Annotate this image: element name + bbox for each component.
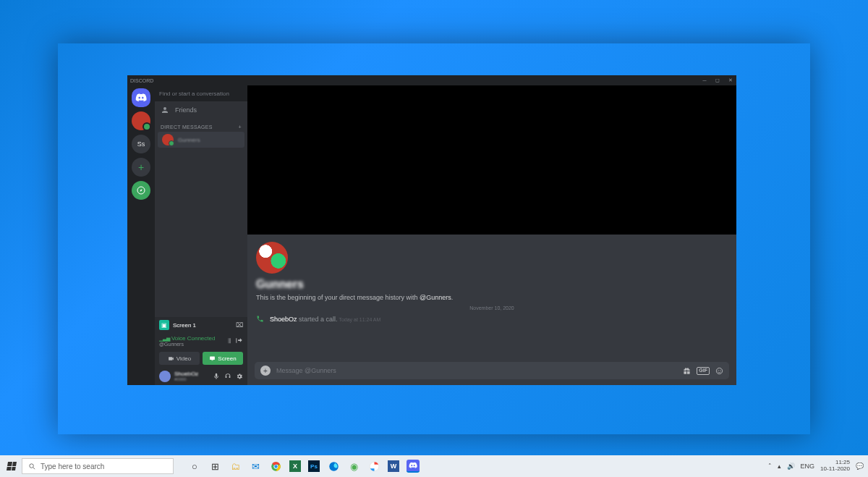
system-tray: ˄ ▴ 🔊 ENG 11:25 10-11-2020 💬 xyxy=(768,460,864,473)
friends-label: Friends xyxy=(175,106,197,114)
minimize-button[interactable]: ─ xyxy=(702,77,707,83)
server-ss[interactable]: Ss xyxy=(132,135,150,153)
date-divider: November 10, 2020 xyxy=(256,305,728,311)
svg-point-3 xyxy=(716,368,722,373)
app-icon-2[interactable] xyxy=(367,460,380,473)
compass-icon xyxy=(137,186,145,195)
phone-icon xyxy=(256,315,264,323)
dm-intro-text: This is the beginning of your direct mes… xyxy=(256,294,728,301)
photoshop-icon[interactable]: Ps xyxy=(308,460,320,472)
titlebar: DISCORD ─ ◻ ✕ xyxy=(127,75,736,85)
contact-name: Gunners xyxy=(256,278,728,291)
dm-item-gunners[interactable]: Gunners xyxy=(158,132,244,148)
contact-avatar xyxy=(256,242,288,274)
excel-icon[interactable]: X xyxy=(289,460,301,472)
tray-network-icon[interactable]: ▴ xyxy=(778,463,781,470)
search-icon xyxy=(28,463,36,470)
screen-share-button[interactable]: Screen xyxy=(203,352,243,365)
tray-chevron-icon[interactable]: ˄ xyxy=(768,463,772,470)
screen-icon xyxy=(209,355,216,362)
discord-taskbar-icon[interactable] xyxy=(407,460,420,473)
tray-volume-icon[interactable]: 🔊 xyxy=(787,463,795,470)
dm-header: DIRECT MESSAGES + xyxy=(155,119,247,131)
home-button[interactable] xyxy=(132,88,150,107)
svg-line-7 xyxy=(33,467,35,468)
create-dm-button[interactable]: + xyxy=(239,124,242,130)
svg-point-5 xyxy=(720,369,720,370)
friends-button[interactable]: Friends xyxy=(155,101,247,119)
mail-icon[interactable]: ✉ xyxy=(249,460,262,473)
self-username: ShoebOz xyxy=(174,371,198,377)
message-composer[interactable]: + Message @Gunners GIF xyxy=(255,362,729,379)
windows-logo-icon xyxy=(7,462,17,470)
gift-icon[interactable] xyxy=(683,367,691,375)
self-avatar[interactable] xyxy=(159,371,171,382)
dm-avatar-icon xyxy=(162,134,174,145)
msg-user: ShoebOz xyxy=(270,316,297,323)
call-message: ShoebOz started a call. Today at 11:24 A… xyxy=(256,315,728,323)
gif-button[interactable]: GIF xyxy=(697,367,710,375)
stream-thumb-icon: ▣ xyxy=(159,320,169,330)
chrome-icon[interactable] xyxy=(269,460,282,473)
noise-suppress-icon[interactable]: ⫴ xyxy=(228,337,231,345)
server-rail: Ss + xyxy=(127,85,155,385)
channel-sidebar: Find or start a conversation Friends DIR… xyxy=(155,85,247,385)
svg-point-4 xyxy=(718,369,719,370)
friends-icon xyxy=(161,106,169,114)
disconnect-icon[interactable] xyxy=(235,337,243,345)
task-view-icon[interactable]: ⊞ xyxy=(208,460,221,473)
composer-placeholder: Message @Gunners xyxy=(276,367,677,374)
emoji-icon[interactable] xyxy=(715,367,723,375)
call-video-area[interactable] xyxy=(247,85,736,235)
voice-status: ▁▃▅ Voice Connected xyxy=(159,335,215,342)
dm-name: Gunners xyxy=(178,137,200,143)
attach-button[interactable]: + xyxy=(260,366,271,376)
explore-button[interactable] xyxy=(132,181,150,200)
chat-main: Gunners This is the beginning of your di… xyxy=(247,85,736,385)
tray-notifications-icon[interactable]: 💬 xyxy=(856,463,864,470)
deafen-icon[interactable] xyxy=(224,373,231,380)
stream-status-row[interactable]: ▣ Screen 1 ⌧ xyxy=(155,317,247,333)
discord-window: DISCORD ─ ◻ ✕ Ss + Find or start a conve… xyxy=(127,75,736,385)
taskbar-search-placeholder: Type here to search xyxy=(41,463,104,470)
close-button[interactable]: ✕ xyxy=(728,77,733,83)
discord-logo-icon xyxy=(135,93,147,102)
user-panel: ShoebOz #0000 xyxy=(155,368,247,385)
svg-point-10 xyxy=(274,465,277,468)
start-button[interactable] xyxy=(4,459,19,473)
settings-icon[interactable] xyxy=(236,373,243,380)
windows-taskbar: Type here to search ○ ⊞ 🗂 ✉ X Ps ◉ W ˄ ▴… xyxy=(0,455,868,477)
voice-channel: @Gunners xyxy=(159,342,215,347)
stop-stream-icon[interactable]: ⌧ xyxy=(236,321,243,329)
camera-icon xyxy=(168,355,174,362)
explorer-icon[interactable]: 🗂 xyxy=(229,460,242,473)
svg-rect-1 xyxy=(210,356,215,360)
video-screen-row: Video Screen xyxy=(155,349,247,368)
dm-header-label: DIRECT MESSAGES xyxy=(161,124,213,130)
self-tag: #0000 xyxy=(174,377,198,381)
taskbar-search[interactable]: Type here to search xyxy=(22,458,174,474)
tray-clock[interactable]: 11:25 10-11-2020 xyxy=(820,460,850,473)
stream-label: Screen 1 xyxy=(173,322,196,329)
edge-icon[interactable] xyxy=(327,460,340,473)
svg-rect-2 xyxy=(212,360,213,360)
add-server-button[interactable]: + xyxy=(132,158,150,177)
app-icon-1[interactable]: ◉ xyxy=(347,460,360,473)
app-title: DISCORD xyxy=(130,78,153,83)
search-input[interactable]: Find or start a conversation xyxy=(155,85,247,101)
cortana-icon[interactable]: ○ xyxy=(188,460,201,473)
mute-icon[interactable] xyxy=(213,373,220,380)
search-placeholder: Find or start a conversation xyxy=(159,90,229,97)
tray-language[interactable]: ENG xyxy=(801,463,815,470)
maximize-button[interactable]: ◻ xyxy=(715,77,720,83)
chat-scroll: Gunners This is the beginning of your di… xyxy=(247,235,736,358)
voice-status-row: ▁▃▅ Voice Connected @Gunners ⫴ xyxy=(155,333,247,349)
dm-avatar-rail[interactable] xyxy=(132,111,150,130)
word-icon[interactable]: W xyxy=(388,460,399,472)
video-button[interactable]: Video xyxy=(159,352,200,365)
svg-point-6 xyxy=(30,463,34,468)
